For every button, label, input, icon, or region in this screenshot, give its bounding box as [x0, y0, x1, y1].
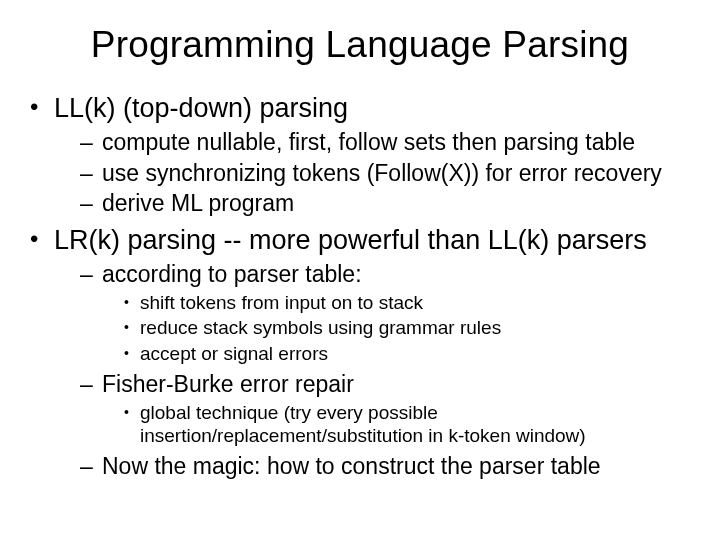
subsub-bullet: accept or signal errors	[124, 342, 692, 366]
sub-bullet: according to parser table: shift tokens …	[80, 260, 692, 366]
bullet-text: LL(k) (top-down) parsing	[54, 93, 348, 123]
bullet-list-level3: shift tokens from input on to stack redu…	[102, 291, 692, 366]
slide: Programming Language Parsing LL(k) (top-…	[0, 0, 720, 540]
bullet-list-level3: global technique (try every possible ins…	[102, 401, 692, 449]
sub-bullet: use synchronizing tokens (Follow(X)) for…	[80, 159, 692, 188]
slide-title: Programming Language Parsing	[28, 24, 692, 66]
sub-bullet: Fisher-Burke error repair global techniq…	[80, 370, 692, 448]
sub-bullet: Now the magic: how to construct the pars…	[80, 452, 692, 481]
sub-bullet-text: according to parser table:	[102, 261, 362, 287]
sub-bullet: compute nullable, first, follow sets the…	[80, 128, 692, 157]
subsub-bullet: reduce stack symbols using grammar rules	[124, 316, 692, 340]
sub-bullet-text: Now the magic: how to construct the pars…	[102, 453, 601, 479]
bullet-list-level1: LL(k) (top-down) parsing compute nullabl…	[28, 92, 692, 481]
bullet-list-level2: according to parser table: shift tokens …	[54, 260, 692, 481]
subsub-bullet: global technique (try every possible ins…	[124, 401, 692, 449]
sub-bullet-text: Fisher-Burke error repair	[102, 371, 354, 397]
bullet-list-level2: compute nullable, first, follow sets the…	[54, 128, 692, 218]
bullet-lrk: LR(k) parsing -- more powerful than LL(k…	[28, 224, 692, 481]
subsub-bullet: shift tokens from input on to stack	[124, 291, 692, 315]
sub-bullet: derive ML program	[80, 189, 692, 218]
bullet-text: LR(k) parsing -- more powerful than LL(k…	[54, 225, 647, 255]
bullet-llk: LL(k) (top-down) parsing compute nullabl…	[28, 92, 692, 218]
